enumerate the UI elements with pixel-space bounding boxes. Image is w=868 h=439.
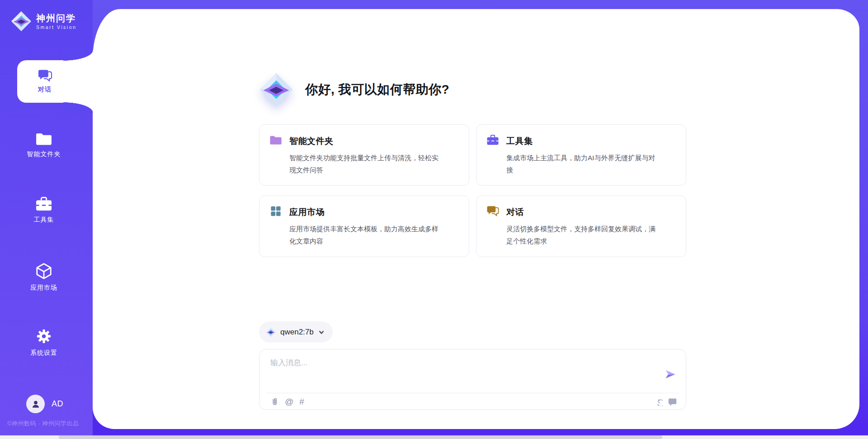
- attach-button[interactable]: [270, 397, 279, 406]
- card-description: 灵活切换多模型文件，支持多样回复效果调试，满足个性化需求: [506, 223, 656, 247]
- history-button[interactable]: [654, 397, 663, 406]
- message-input[interactable]: [259, 349, 635, 391]
- card-title: 工具集: [506, 135, 533, 147]
- model-name: qwen2:7b: [280, 328, 314, 337]
- avatar: [26, 395, 45, 413]
- footer-credit: ©神州数码 · 神州问学出品: [7, 420, 79, 428]
- chat-bubble-icon: [668, 397, 677, 406]
- card-title: 智能文件夹: [289, 135, 334, 147]
- toolbox-icon: [486, 134, 499, 148]
- send-button[interactable]: [664, 368, 678, 381]
- feature-card-folders[interactable]: 智能文件夹 智能文件夹功能支持批量文件上传与清洗，轻松实现文件问答: [259, 124, 469, 186]
- history-icon: [654, 397, 663, 406]
- feature-card-toolset[interactable]: 工具集 集成市场上主流工具，助力AI与外界无缝扩展与对接: [476, 124, 686, 186]
- app-window: 神州问学 Smart Vision 智能文件夹 工具集 应用市场 系统设置 AD…: [0, 0, 868, 439]
- gear-icon: [35, 328, 52, 345]
- sidebar-item-label: 智能文件夹: [27, 150, 61, 158]
- folder-icon: [269, 134, 282, 148]
- page-greeting: 你好, 我可以如何帮助你?: [305, 81, 449, 98]
- chat-icon: [486, 205, 499, 219]
- sidebar-item-label: 系统设置: [30, 349, 57, 357]
- card-title: 应用市场: [289, 206, 325, 218]
- brand-gem-icon: [11, 11, 32, 32]
- brand-subtitle: Smart Vision: [36, 24, 76, 30]
- sidebar-item-app-market[interactable]: 应用市场: [8, 262, 80, 292]
- sidebar-item-settings[interactable]: 系统设置: [8, 328, 80, 357]
- horizontal-scrollbar: [0, 435, 868, 439]
- feature-card-app-market[interactable]: 应用市场 应用市场提供丰富长文本模板，助力高效生成多样化文章内容: [259, 196, 469, 257]
- brand-gem-icon: [259, 72, 293, 107]
- horizontal-scrollbar-thumb[interactable]: [59, 435, 662, 439]
- chevron-down-icon: [318, 329, 325, 335]
- feature-cards: 智能文件夹 智能文件夹功能支持批量文件上传与清洗，轻松实现文件问答 工具集 集成…: [259, 124, 686, 257]
- user-name: AD: [52, 399, 63, 409]
- brand-gem-icon: [266, 327, 276, 337]
- sidebar-item-chat[interactable]: 对话: [17, 60, 94, 103]
- card-description: 应用市场提供丰富长文本模板，助力高效生成多样化文章内容: [289, 223, 439, 247]
- chat-icon: [38, 69, 52, 82]
- model-selector[interactable]: qwen2:7b: [259, 321, 333, 343]
- tab-curve-top: [63, 50, 93, 61]
- sidebar-item-label: 工具集: [34, 216, 54, 224]
- mention-button[interactable]: @: [285, 397, 293, 406]
- main-panel: 你好, 我可以如何帮助你? 智能文件夹 智能文件夹功能支持批量文件上传与清洗，轻…: [93, 9, 859, 429]
- greeting-block: 你好, 我可以如何帮助你?: [259, 72, 449, 107]
- paperclip-icon: [270, 397, 279, 406]
- sidebar-item-label: 应用市场: [30, 284, 57, 292]
- person-icon: [31, 399, 41, 409]
- message-composer: @ #: [259, 349, 686, 410]
- quick-reply-button[interactable]: [668, 397, 677, 406]
- sidebar-item-folders[interactable]: 智能文件夹: [8, 132, 80, 158]
- send-icon: [664, 368, 677, 380]
- card-description: 智能文件夹功能支持批量文件上传与清洗，轻松实现文件问答: [289, 152, 439, 176]
- topic-button[interactable]: #: [299, 397, 304, 406]
- cube-icon: [35, 262, 52, 280]
- folder-icon: [35, 132, 52, 146]
- tab-curve-bottom: [63, 102, 93, 113]
- user-profile[interactable]: AD: [26, 395, 63, 413]
- sidebar-item-toolset[interactable]: 工具集: [8, 196, 80, 224]
- toolbox-icon: [35, 196, 52, 212]
- brand-title: 神州问学: [36, 13, 76, 24]
- card-title: 对话: [506, 206, 524, 218]
- card-description: 集成市场上主流工具，助力AI与外界无缝扩展与对接: [506, 152, 656, 176]
- sidebar-item-label: 对话: [38, 86, 52, 94]
- brand-logo: 神州问学 Smart Vision: [11, 11, 76, 32]
- grid-icon: [269, 205, 282, 219]
- feature-card-chat[interactable]: 对话 灵活切换多模型文件，支持多样回复效果调试，满足个性化需求: [476, 196, 686, 257]
